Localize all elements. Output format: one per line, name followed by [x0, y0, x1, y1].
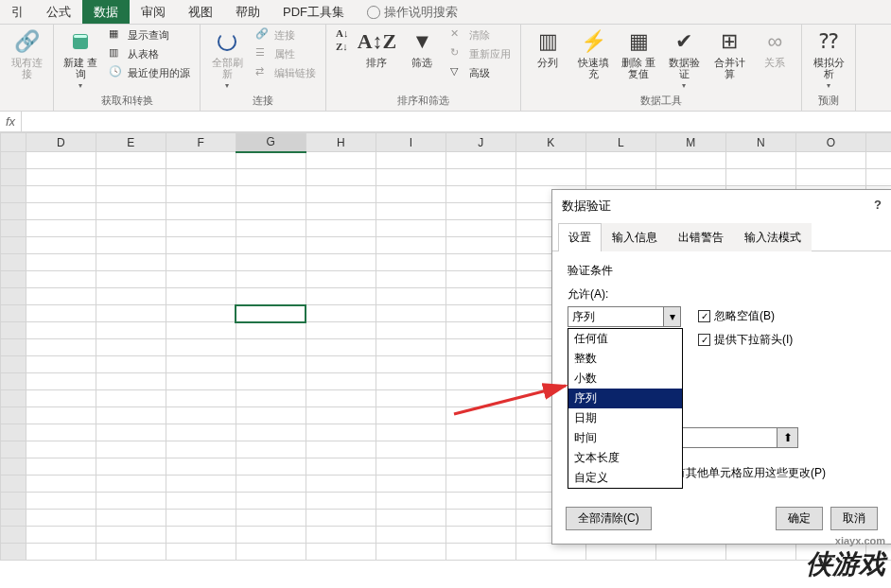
tab-help[interactable]: 帮助: [224, 0, 271, 24]
cell[interactable]: [306, 305, 376, 322]
cell[interactable]: [96, 510, 166, 527]
cell[interactable]: [376, 186, 446, 203]
cell[interactable]: [376, 407, 446, 424]
cell[interactable]: [306, 510, 376, 527]
cell[interactable]: [306, 544, 376, 561]
clear-filter-button[interactable]: ✕清除: [446, 26, 515, 43]
cell[interactable]: [26, 203, 96, 220]
cell[interactable]: [166, 339, 236, 356]
cell[interactable]: [306, 186, 376, 203]
cell[interactable]: [236, 203, 306, 220]
cell[interactable]: [446, 527, 515, 544]
tab-review[interactable]: 审阅: [130, 0, 177, 24]
properties-button[interactable]: ☰属性: [252, 45, 320, 62]
option-time[interactable]: 时间: [568, 428, 682, 448]
cell[interactable]: [96, 305, 166, 322]
allow-combobox[interactable]: 序列 ▾ 任何值 整数 小数 序列 日期 时间 文本长度 自定义: [568, 306, 681, 327]
cell[interactable]: [166, 493, 236, 510]
cell[interactable]: [96, 254, 166, 271]
cell[interactable]: [446, 169, 515, 186]
cell[interactable]: [306, 237, 376, 254]
cell[interactable]: [96, 407, 166, 424]
cell[interactable]: [446, 305, 515, 322]
cell[interactable]: [236, 322, 306, 339]
column-header[interactable]: E: [96, 133, 166, 152]
cell[interactable]: [96, 288, 166, 305]
cell[interactable]: [96, 237, 166, 254]
cell[interactable]: [26, 322, 96, 339]
cell[interactable]: [96, 186, 166, 203]
ok-button[interactable]: 确定: [776, 507, 823, 530]
row-header[interactable]: [1, 493, 26, 510]
cell[interactable]: [515, 544, 585, 561]
column-header[interactable]: J: [446, 133, 515, 152]
cell[interactable]: [446, 186, 515, 203]
cell[interactable]: [96, 339, 166, 356]
cell[interactable]: [166, 544, 236, 561]
cell[interactable]: [446, 322, 515, 339]
option-list[interactable]: 序列: [568, 389, 682, 408]
cell[interactable]: [166, 288, 236, 305]
consolidate-button[interactable]: ⊞ 合并计算: [708, 26, 750, 81]
cell[interactable]: [376, 441, 446, 458]
tab-pdf[interactable]: PDF工具集: [271, 0, 356, 24]
cell[interactable]: [96, 493, 166, 510]
row-header[interactable]: [1, 152, 26, 169]
cell[interactable]: [96, 152, 166, 169]
column-header[interactable]: G: [236, 133, 306, 152]
row-header[interactable]: [1, 356, 26, 373]
cell[interactable]: [655, 544, 725, 561]
cell[interactable]: [166, 169, 236, 186]
option-textlen[interactable]: 文本长度: [568, 448, 682, 468]
cell[interactable]: [236, 407, 306, 424]
row-header[interactable]: [1, 254, 26, 271]
cell[interactable]: [306, 288, 376, 305]
cell[interactable]: [236, 424, 306, 441]
column-header[interactable]: P: [865, 133, 891, 152]
sort-button[interactable]: A↕Z 排序: [356, 26, 397, 70]
tab-error-alert[interactable]: 出错警告: [668, 223, 734, 251]
row-header[interactable]: [1, 271, 26, 288]
cell[interactable]: [236, 390, 306, 407]
cell[interactable]: [26, 271, 96, 288]
cell[interactable]: [446, 203, 515, 220]
formula-input[interactable]: [22, 112, 891, 131]
cell[interactable]: [26, 237, 96, 254]
cell[interactable]: [306, 339, 376, 356]
row-header[interactable]: [1, 510, 26, 527]
row-header[interactable]: [1, 527, 26, 544]
cell[interactable]: [166, 220, 236, 237]
cell[interactable]: [446, 510, 515, 527]
cell[interactable]: [446, 493, 515, 510]
cell[interactable]: [376, 237, 446, 254]
cell[interactable]: [446, 424, 515, 441]
cell[interactable]: [96, 390, 166, 407]
cell[interactable]: [166, 254, 236, 271]
remove-duplicates-button[interactable]: ▦ 删除 重复值: [618, 26, 659, 81]
filter-button[interactable]: ▼ 筛选: [401, 26, 443, 70]
edit-links-button[interactable]: ⇄编辑链接: [252, 64, 320, 81]
cell[interactable]: [96, 458, 166, 476]
cell[interactable]: [376, 305, 446, 322]
cell[interactable]: [376, 373, 446, 390]
cell[interactable]: [725, 169, 795, 186]
column-header[interactable]: M: [655, 133, 725, 152]
row-header[interactable]: [1, 305, 26, 322]
column-header[interactable]: H: [306, 133, 376, 152]
cell[interactable]: [236, 169, 306, 186]
cell[interactable]: [166, 510, 236, 527]
tab-formulas[interactable]: 公式: [35, 0, 82, 24]
cell[interactable]: [26, 493, 96, 510]
row-header[interactable]: [1, 373, 26, 390]
cell[interactable]: [236, 493, 306, 510]
refresh-all-button[interactable]: 全部刷新 ▾: [206, 26, 248, 92]
cell[interactable]: [446, 373, 515, 390]
cell[interactable]: [26, 169, 96, 186]
cell[interactable]: [376, 390, 446, 407]
cell[interactable]: [446, 390, 515, 407]
cell[interactable]: [865, 169, 891, 186]
sort-asc-button[interactable]: A↓: [332, 26, 352, 40]
row-header[interactable]: [1, 458, 26, 476]
text-to-columns-button[interactable]: ▥ 分列: [527, 26, 568, 70]
cell[interactable]: [446, 237, 515, 254]
